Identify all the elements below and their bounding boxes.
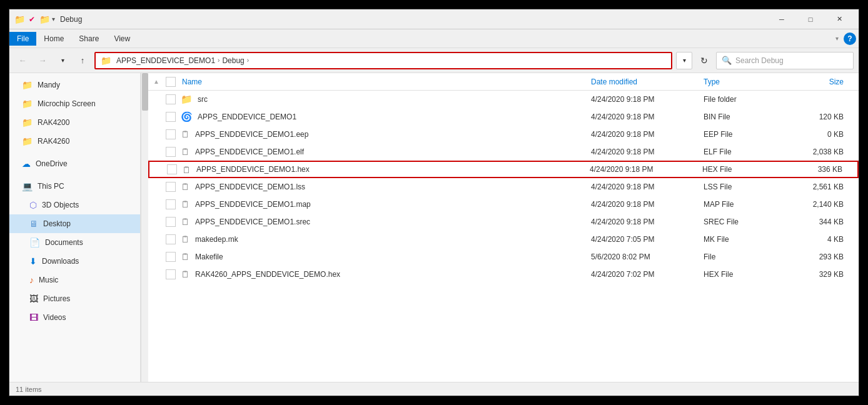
path-segment-1[interactable]: APPS_ENDDEVICE_DEMO1 (116, 56, 215, 65)
file-date: 4/24/2020 7:02 PM (591, 270, 704, 279)
column-size[interactable]: Size (791, 78, 854, 86)
file-type: LSS File (704, 182, 791, 191)
menu-view[interactable]: View (106, 32, 138, 46)
sidebar-label: Music (39, 276, 58, 284)
column-name[interactable]: Name (181, 78, 591, 86)
documents-icon: 📄 (29, 238, 40, 248)
row-checkbox[interactable] (167, 164, 177, 174)
column-type[interactable]: Type (704, 78, 791, 86)
row-checkbox[interactable] (166, 147, 176, 157)
table-row[interactable]: 🗒 APPS_ENDDEVICE_DEMO1.map 4/24/2020 9:1… (148, 196, 859, 213)
folder-icon: 📁 (22, 99, 33, 109)
row-checkbox[interactable] (166, 252, 176, 262)
row-checkbox[interactable] (166, 94, 176, 104)
search-placeholder: Search Debug (735, 56, 784, 65)
row-checkbox[interactable] (166, 112, 176, 122)
row-checkbox[interactable] (166, 182, 176, 192)
minimize-button[interactable]: ─ (767, 9, 796, 29)
table-row[interactable]: 🗒 Makefile 5/6/2020 8:02 PM File 293 KB (148, 248, 859, 266)
forward-button[interactable]: → (34, 52, 51, 69)
table-row[interactable]: 🗒 RAK4260_APPS_ENDDEVICE_DEMO.hex 4/24/2… (148, 266, 859, 283)
sidebar-scrollbar[interactable] (141, 73, 148, 382)
table-row[interactable]: 🗒 APPS_ENDDEVICE_DEMO1.eep 4/24/2020 9:1… (148, 126, 859, 143)
folder-icon: 📁 (181, 94, 193, 105)
table-row[interactable]: 🌀 APPS_ENDDEVICE_DEMO1 4/24/2020 9:18 PM… (148, 108, 859, 126)
file-date: 4/24/2020 9:18 PM (591, 182, 704, 191)
table-row[interactable]: 🗒 APPS_ENDDEVICE_DEMO1.elf 4/24/2020 9:1… (148, 143, 859, 161)
row-checkbox[interactable] (166, 199, 176, 209)
path-folder-icon: 📁 (101, 56, 111, 66)
sidebar-item-thispc[interactable]: 💻 This PC (9, 177, 140, 196)
file-type: BIN File (704, 112, 791, 121)
maximize-button[interactable]: □ (796, 9, 825, 29)
pc-icon: 💻 (22, 181, 33, 191)
sidebar-item-microchip[interactable]: 📁 Microchip Screen (9, 94, 140, 113)
row-checkbox[interactable] (166, 129, 176, 139)
recent-button[interactable]: ▾ (54, 52, 71, 69)
menu-bar: File Home Share View ▾ ? (9, 29, 859, 48)
collapse-icon[interactable]: ▲ (153, 78, 163, 85)
sidebar-item-rak4200[interactable]: 📁 RAK4200 (9, 113, 140, 132)
file-name: APPS_ENDDEVICE_DEMO1.map (195, 200, 591, 209)
table-row[interactable]: 🗒 APPS_ENDDEVICE_DEMO1.hex 4/24/2020 9:1… (148, 161, 859, 178)
menu-chevron-down[interactable]: ▾ (835, 35, 839, 42)
sidebar-item-downloads[interactable]: ⬇ Downloads (9, 252, 140, 271)
desktop-icon: 🖥 (29, 219, 38, 229)
sidebar-scroll-thumb[interactable] (142, 73, 148, 111)
file-icon: 🗒 (181, 129, 190, 139)
sidebar-item-3dobjects[interactable]: ⬡ 3D Objects (9, 196, 140, 214)
back-button[interactable]: ← (14, 52, 31, 69)
folder-icon: 📁 (22, 80, 33, 90)
menu-home[interactable]: Home (36, 32, 71, 46)
cloud-icon: ☁ (22, 159, 31, 169)
menu-file[interactable]: File (9, 32, 36, 46)
sidebar-item-pictures[interactable]: 🖼 Pictures (9, 289, 140, 308)
close-button[interactable]: ✕ (825, 9, 854, 29)
row-checkbox[interactable] (166, 269, 176, 279)
up-button[interactable]: ↑ (74, 52, 91, 69)
file-size: 2,140 KB (791, 200, 854, 209)
sidebar-item-mandy[interactable]: 📁 Mandy (9, 76, 140, 94)
help-button[interactable]: ? (844, 32, 856, 45)
file-type: ELF File (704, 148, 791, 156)
menu-share[interactable]: Share (71, 32, 106, 46)
file-name: src (198, 95, 591, 104)
file-icon: 🗒 (181, 216, 190, 227)
path-segment-2[interactable]: Debug (222, 56, 244, 65)
sidebar: 📁 Mandy 📁 Microchip Screen 📁 RAK4200 📁 R… (9, 73, 141, 382)
row-checkbox[interactable] (166, 234, 176, 244)
sidebar-item-rak4260[interactable]: 📁 RAK4260 (9, 132, 140, 151)
title-folder-icon: 📁 (14, 14, 24, 24)
select-all-checkbox[interactable] (166, 77, 176, 87)
sidebar-item-music[interactable]: ♪ Music (9, 271, 140, 289)
table-row[interactable]: 🗒 APPS_ENDDEVICE_DEMO1.srec 4/24/2020 9:… (148, 213, 859, 231)
sidebar-item-desktop[interactable]: 🖥 Desktop (9, 214, 140, 233)
table-row[interactable]: 🗒 APPS_ENDDEVICE_DEMO1.lss 4/24/2020 9:1… (148, 178, 859, 196)
title-bar-icons: 📁 ✔ 📁 ▾ (14, 14, 55, 24)
sidebar-item-videos[interactable]: 🎞 Videos (9, 308, 140, 327)
column-date-modified[interactable]: Date modified (591, 78, 704, 86)
sidebar-item-onedrive[interactable]: ☁ OneDrive (9, 154, 140, 173)
table-row[interactable]: 📁 src 4/24/2020 9:18 PM File folder (148, 91, 859, 108)
search-box[interactable]: 🔍 Search Debug (716, 52, 854, 69)
sidebar-item-documents[interactable]: 📄 Documents (9, 233, 140, 252)
refresh-button[interactable]: ↻ (696, 52, 712, 69)
file-icon: 🗒 (182, 164, 191, 175)
file-type: MK File (704, 235, 791, 244)
address-dropdown[interactable]: ▾ (676, 52, 692, 69)
table-row[interactable]: 🗒 makedep.mk 4/24/2020 7:05 PM MK File 4… (148, 231, 859, 248)
file-icon: 🗒 (181, 181, 190, 192)
sidebar-label: Videos (43, 313, 66, 322)
address-path[interactable]: 📁 APPS_ENDDEVICE_DEMO1 › Debug › (94, 52, 672, 69)
file-size: 293 KB (791, 252, 854, 261)
file-type: File folder (704, 95, 791, 104)
status-bar: 11 items (9, 382, 859, 396)
file-date: 4/24/2020 7:05 PM (591, 235, 704, 244)
title-dropdown-icon[interactable]: ▾ (52, 16, 55, 22)
row-checkbox[interactable] (166, 217, 176, 227)
sidebar-label: 3D Objects (42, 201, 79, 209)
explorer-window: 📁 ✔ 📁 ▾ Debug ─ □ ✕ File Home Share View… (9, 9, 859, 396)
file-area: ▲ Name Date modified Type Size 📁 src 4/2… (148, 73, 859, 382)
file-size: 2,561 KB (791, 182, 854, 191)
file-name: APPS_ENDDEVICE_DEMO1.elf (195, 148, 591, 156)
